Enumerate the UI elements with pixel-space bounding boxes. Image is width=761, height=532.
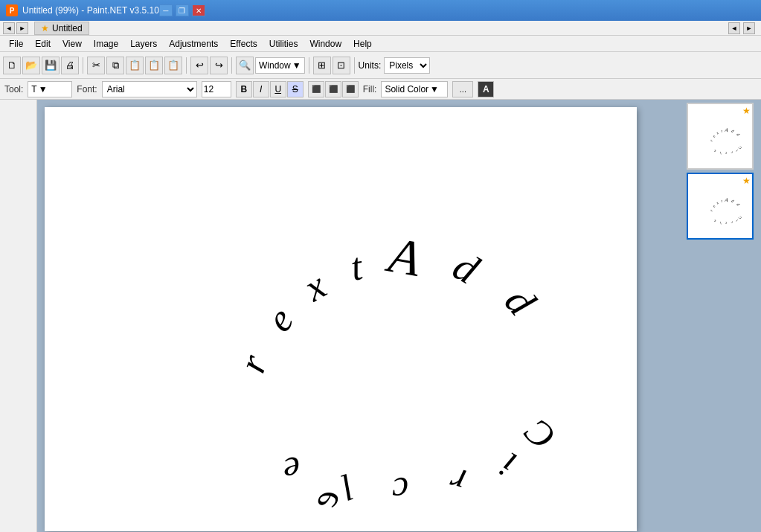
svg-text:r: r [445,459,470,503]
underline-button[interactable]: U [270,81,286,97]
app-icon: P [6,4,18,16]
italic-button[interactable]: I [253,81,269,97]
font-label: Font: [77,84,97,94]
zoom-dropdown[interactable]: Window ▼ [255,57,305,74]
zoom-value: Window [259,60,291,71]
menu-adjustments[interactable]: Adjustments [163,37,224,51]
star-icon: ★ [41,23,49,33]
fill-dropdown[interactable]: Solid Color ▼ [381,81,448,97]
menu-help[interactable]: Help [347,37,378,51]
star-icon-2: ★ [742,176,751,186]
alignment-buttons: ⬛ ⬛ ⬛ [308,81,359,97]
svg-text:r: r [231,349,276,378]
right-panel: ★ r e x t A d d e l c r i C [679,100,761,532]
menubar: File Edit View Image Layers Adjustments … [0,36,761,52]
thumbnail-2[interactable]: ★ r e x t A d d e l c r i C [687,173,754,240]
align-right-button[interactable]: ⬛ [342,81,359,97]
minimize-button[interactable]: ─ [159,4,173,16]
paste-button[interactable]: 📋 [126,57,144,74]
new-button[interactable]: 🗋 [3,57,21,74]
tool-options-bar: Tool: T ▼ Font: Arial Times New Roman Co… [0,79,761,100]
svg-text:d: d [496,278,545,324]
open-button[interactable]: 📂 [22,57,40,74]
svg-rect-14 [690,115,750,157]
svg-text:i: i [493,444,523,485]
close-button[interactable]: ✕ [192,4,205,16]
tab-untitled[interactable]: ★ Untitled [34,22,89,35]
sep1 [83,57,83,74]
svg-rect-28 [690,185,750,227]
menu-layers[interactable]: Layers [124,37,163,51]
menu-file[interactable]: File [3,37,29,51]
nav-arrows-left: ◄ ► [3,22,28,34]
menu-edit[interactable]: Edit [29,37,57,51]
thumbnail-1[interactable]: ★ r e x t A d d e l c r i C [687,103,754,170]
menu-effects[interactable]: Effects [224,37,263,51]
zoom-out-button[interactable]: 🔍 [236,57,254,74]
canvas-svg: r e x t A d d e [45,107,637,531]
svg-text:d: d [446,243,487,293]
fill-label: Fill: [363,84,377,94]
tool-label: Tool: [4,84,23,94]
toolbar: 🗋 📂 💾 🖨 ✂ ⧉ 📋 📋 📋 ↩ ↪ 🔍 Window ▼ ⊞ ⊡ Uni… [0,52,761,79]
font-size-input[interactable] [202,81,231,97]
menu-utilities[interactable]: Utilities [263,37,304,51]
thumbnail-1-svg: r e x t A d d e l c r i C [690,106,750,166]
star-icon-1: ★ [742,106,751,116]
top-nav-bar: ◄ ► ★ Untitled ◄ ► [0,21,761,36]
paste3-button[interactable]: 📋 [164,57,182,74]
canvas[interactable]: r e x t A d d e [45,107,637,531]
copy-button[interactable]: ⧉ [106,57,124,74]
menu-image[interactable]: Image [88,37,124,51]
color-text-button[interactable]: A [478,81,494,97]
text-format-buttons: B I U S [236,81,304,97]
nav-right2-button[interactable]: ► [743,22,755,34]
ruler-button[interactable]: ⊡ [333,57,350,74]
undo-button[interactable]: ↩ [190,57,208,74]
svg-text:e: e [301,483,347,513]
titlebar: P Untitled (99%) - Paint.NET v3.5.10 ─ ❐… [0,0,761,21]
menu-window[interactable]: Window [304,37,347,51]
main-area: r e x t A d d e [0,100,761,532]
restore-button[interactable]: ❐ [176,4,189,16]
sep4 [309,57,309,74]
tool-value: T [31,84,36,94]
save-button[interactable]: 💾 [42,57,60,74]
align-center-button[interactable]: ⬛ [325,81,341,97]
more-options-button[interactable]: ... [452,81,473,97]
align-left-button[interactable]: ⬛ [308,81,324,97]
units-area: Units: Pixels Inches Cm [359,57,431,74]
svg-text:x: x [296,264,333,310]
menu-view[interactable]: View [57,37,88,51]
sep3 [231,57,232,74]
zoom-arrow: ▼ [292,60,301,71]
canvas-area[interactable]: r e x t A d d e [37,100,679,532]
fill-value: Solid Color [385,84,428,94]
redo-button[interactable]: ↪ [210,57,228,74]
right-nav: ◄ ► [728,22,758,34]
nav-left-button[interactable]: ◄ [3,22,15,34]
tool-dropdown[interactable]: T ▼ [28,81,72,97]
window-title: Untitled (99%) - Paint.NET v3.5.10 [22,5,159,16]
bold-button[interactable]: B [236,81,252,97]
grid-button[interactable]: ⊞ [313,57,331,74]
sep5 [354,57,355,74]
paste2-button[interactable]: 📋 [145,57,163,74]
tab-bar: ★ Untitled [31,22,725,35]
svg-text:C: C [516,411,564,458]
svg-text:A: A [382,225,425,287]
print-button[interactable]: 🖨 [61,57,79,74]
units-select[interactable]: Pixels Inches Cm [384,57,430,74]
thumbnail-2-svg: r e x t A d d e l c r i C [690,176,750,236]
strikethrough-button[interactable]: S [287,81,304,97]
nav-right-button[interactable]: ► [16,22,28,34]
font-select[interactable]: Arial Times New Roman Courier New [102,81,197,97]
svg-text:e: e [282,449,302,492]
window-buttons: ─ ❐ ✕ [159,4,205,16]
svg-text:e: e [258,299,302,339]
left-toolbar [0,100,37,532]
nav-left2-button[interactable]: ◄ [728,22,740,34]
cut-button[interactable]: ✂ [87,57,105,74]
svg-text:c: c [391,469,409,512]
svg-text:t: t [347,245,367,289]
